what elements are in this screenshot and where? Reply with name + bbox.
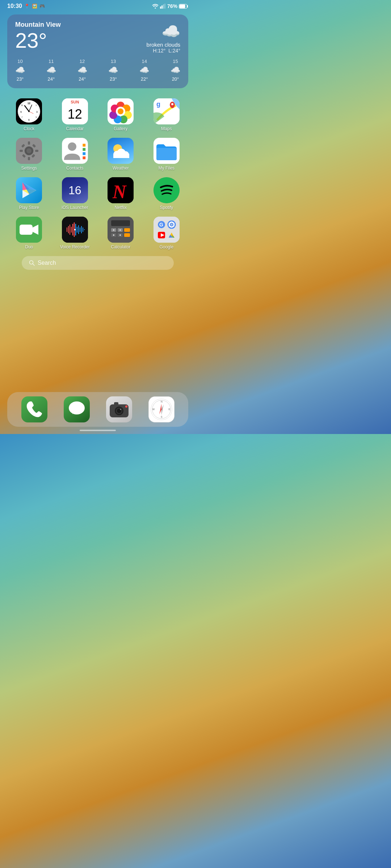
svg-point-106 xyxy=(120,409,121,410)
svg-rect-47 xyxy=(83,157,85,159)
svg-rect-1 xyxy=(161,5,163,9)
svg-text:7: 7 xyxy=(22,116,23,118)
status-right: 76% xyxy=(152,3,188,9)
dock-camera[interactable] xyxy=(106,396,132,422)
app-gallery-label: Gallery xyxy=(114,126,127,131)
maps-icon: g xyxy=(154,98,180,124)
weather-cloud-icon: ☁️ xyxy=(147,22,180,40)
svg-text:3: 3 xyxy=(36,111,38,113)
svg-rect-2 xyxy=(163,4,164,9)
app-contacts[interactable]: Contacts xyxy=(54,138,96,171)
voice-recorder-icon xyxy=(62,217,88,243)
activity-icon: 🎮 xyxy=(39,4,45,9)
svg-point-18 xyxy=(28,111,30,112)
home-indicator xyxy=(80,430,116,431)
app-weather-label: Weather xyxy=(113,166,129,171)
svg-point-31 xyxy=(171,103,173,105)
location-icon: 📍 xyxy=(24,4,30,9)
app-clock[interactable]: 12 3 6 9 1 5 11 7 Clock xyxy=(8,98,50,131)
app-settings-label: Settings xyxy=(21,166,37,171)
svg-rect-44 xyxy=(83,144,85,147)
svg-point-83 xyxy=(113,229,114,231)
forecast-day-15: 15 ☁️ 20° xyxy=(171,59,180,82)
svg-point-74 xyxy=(74,229,76,230)
svg-rect-82 xyxy=(124,233,130,237)
weather-widget[interactable]: Mountain View 23° ☁️ broken clouds H:12°… xyxy=(7,14,188,88)
svg-rect-5 xyxy=(180,4,185,8)
ios-launcher-icon: 16 xyxy=(62,177,88,203)
time: 10:30 xyxy=(7,3,22,9)
app-google[interactable]: G Google xyxy=(146,217,188,250)
weather-city: Mountain View xyxy=(15,21,61,29)
svg-text:5: 5 xyxy=(36,116,37,118)
dock-safari[interactable]: N S E W xyxy=(148,396,175,422)
netflix-icon: N xyxy=(108,177,134,203)
forecast-day-12: 12 ☁️ 24° xyxy=(77,59,87,82)
svg-rect-36 xyxy=(28,157,30,160)
dock: N S E W xyxy=(7,392,188,427)
app-clock-label: Clock xyxy=(24,126,34,131)
app-duo[interactable]: Duo xyxy=(8,217,50,250)
search-icon xyxy=(29,260,35,266)
app-spotify[interactable]: Spotify xyxy=(146,177,188,210)
app-duo-label: Duo xyxy=(25,244,33,250)
weather-top: Mountain View 23° ☁️ broken clouds H:12°… xyxy=(15,21,180,54)
search-bar[interactable]: Search xyxy=(22,256,174,270)
app-ios-launcher[interactable]: 16 iOS Launcher xyxy=(54,177,96,210)
svg-text:9: 9 xyxy=(20,111,22,113)
svg-rect-107 xyxy=(114,402,118,405)
app-maps-label: Maps xyxy=(161,126,172,131)
weather-app-icon xyxy=(108,138,134,164)
wifi-icon xyxy=(152,4,159,9)
svg-text:S: S xyxy=(161,416,163,418)
app-google-label: Google xyxy=(159,244,173,250)
weather-right: ☁️ broken clouds H:12° L:24° xyxy=(147,21,180,54)
weather-forecast: 10 ☁️ 23° 11 ☁️ 24° 12 ☁️ 24° 13 ☁️ 23° … xyxy=(15,59,180,82)
svg-rect-52 xyxy=(113,154,129,158)
photo-icon: 🖼️ xyxy=(32,4,37,9)
app-netflix[interactable]: N Netflix xyxy=(100,177,142,210)
app-settings[interactable]: Settings xyxy=(8,138,50,171)
svg-point-101 xyxy=(69,401,85,414)
app-calendar[interactable]: SUN 12 Calendar xyxy=(54,98,96,131)
app-playstore[interactable]: Play Store xyxy=(8,177,50,210)
spotify-icon xyxy=(154,177,180,203)
svg-rect-53 xyxy=(156,148,177,160)
svg-text:6: 6 xyxy=(28,119,30,121)
forecast-day-13: 13 ☁️ 23° xyxy=(108,59,118,82)
search-placeholder: Search xyxy=(38,260,56,266)
app-ios-launcher-label: iOS Launcher xyxy=(62,205,88,210)
ios-launcher-number: 16 xyxy=(68,184,81,197)
svg-rect-58 xyxy=(20,225,33,235)
dock-phone[interactable] xyxy=(21,396,47,422)
svg-rect-35 xyxy=(28,141,30,145)
svg-text:N: N xyxy=(112,182,127,202)
svg-rect-0 xyxy=(160,7,161,9)
forecast-day-10: 10 ☁️ 23° xyxy=(15,59,25,82)
app-gallery[interactable]: Gallery xyxy=(100,98,142,131)
status-left: 10:30 📍 🖼️ 🎮 xyxy=(7,3,45,9)
app-grid-row3: Play Store 16 iOS Launcher N Netflix Spo… xyxy=(0,174,196,210)
svg-rect-45 xyxy=(83,148,85,151)
app-weather[interactable]: Weather xyxy=(100,138,142,171)
svg-line-100 xyxy=(33,264,35,266)
svg-rect-38 xyxy=(35,150,38,152)
app-calculator[interactable]: Calculator xyxy=(100,217,142,250)
camera-icon xyxy=(106,396,132,422)
weather-temp: 23° xyxy=(15,30,61,51)
battery-icon xyxy=(179,4,188,9)
app-myfiles[interactable]: My Files xyxy=(146,138,188,171)
phone-icon xyxy=(21,396,47,422)
dock-messages[interactable] xyxy=(64,396,90,422)
app-voice-recorder[interactable]: Voice Recorder xyxy=(54,217,96,250)
calendar-day-label: SUN xyxy=(62,98,88,104)
svg-text:11: 11 xyxy=(21,104,23,106)
svg-rect-46 xyxy=(83,152,85,155)
app-grid-row2: Settings Contacts xyxy=(0,135,196,171)
app-playstore-label: Play Store xyxy=(19,205,39,210)
battery-level: 76% xyxy=(167,3,177,9)
myfiles-icon xyxy=(154,138,180,164)
clock-face-svg: 12 3 6 9 1 5 11 7 xyxy=(18,101,40,122)
weather-condition: broken clouds xyxy=(147,42,180,48)
app-maps[interactable]: g Maps xyxy=(146,98,188,131)
